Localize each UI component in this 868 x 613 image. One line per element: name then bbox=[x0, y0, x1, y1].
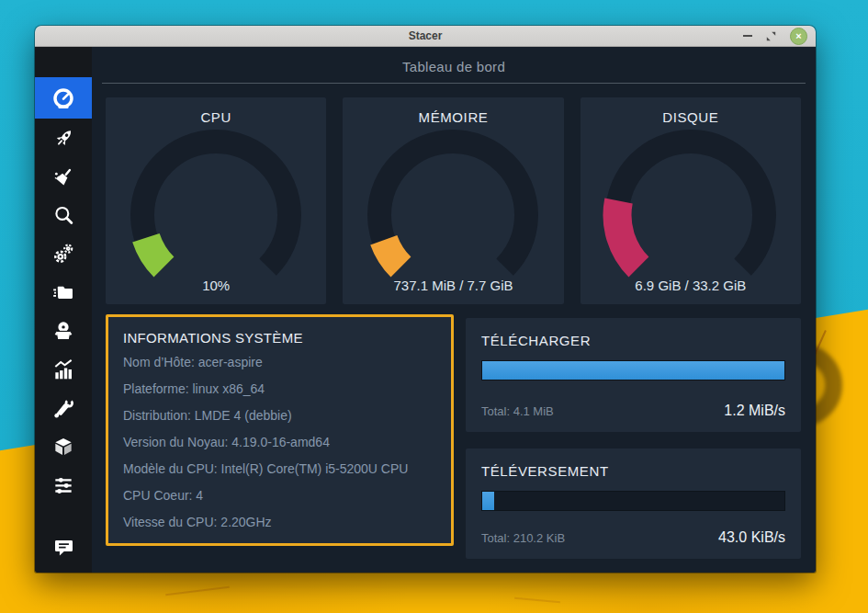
memory-gauge bbox=[344, 125, 562, 279]
sidebar-item-feedback[interactable] bbox=[35, 528, 92, 566]
upload-speed: 43.0 KiB/s bbox=[718, 529, 785, 546]
sidebar-item-services[interactable] bbox=[35, 234, 92, 273]
package-icon bbox=[51, 435, 75, 459]
restore-button[interactable] bbox=[766, 31, 776, 41]
info-row-cpu-cores: CPU Coeur: 4 bbox=[123, 482, 436, 509]
sidebar bbox=[35, 47, 92, 573]
disk-panel: DISQUE 6.9 GiB / 33.2 GiB bbox=[581, 97, 801, 304]
stacer-window: Stacer × bbox=[35, 26, 816, 573]
search-icon bbox=[52, 204, 75, 227]
system-info-title: INFORMATIONS SYSTÈME bbox=[123, 330, 436, 346]
system-info-panel: INFORMATIONS SYSTÈME Nom d’Hôte: acer-as… bbox=[106, 314, 454, 546]
sidebar-item-system-cleaner[interactable] bbox=[35, 157, 92, 196]
feedback-icon bbox=[52, 536, 75, 559]
memory-title: MÉMOIRE bbox=[419, 109, 489, 125]
disk-title: DISQUE bbox=[662, 109, 718, 125]
window-titlebar[interactable]: Stacer × bbox=[35, 26, 816, 47]
download-speed: 1.2 MiB/s bbox=[724, 403, 785, 419]
download-panel: TÉLÉCHARGER Total: 4.1 MiB 1.2 MiB/s bbox=[466, 318, 801, 432]
download-title: TÉLÉCHARGER bbox=[481, 333, 785, 348]
sidebar-item-helpers[interactable] bbox=[35, 389, 92, 427]
window-title: Stacer bbox=[35, 29, 816, 42]
cpu-panel: CPU 10% bbox=[106, 97, 326, 304]
sidebar-item-resources[interactable] bbox=[35, 350, 92, 389]
sidebar-item-settings[interactable] bbox=[35, 466, 92, 505]
cpu-title: CPU bbox=[200, 109, 231, 125]
info-row-hostname: Nom d’Hôte: acer-aspire bbox=[123, 349, 436, 376]
network-column: TÉLÉCHARGER Total: 4.1 MiB 1.2 MiB/s TÉL… bbox=[466, 318, 801, 559]
info-row-platform: Plateforme: linux x86_64 bbox=[123, 376, 436, 403]
close-button[interactable]: × bbox=[790, 28, 807, 45]
rocket-icon bbox=[52, 127, 75, 150]
download-total: Total: 4.1 MiB bbox=[481, 404, 554, 418]
minimize-button[interactable] bbox=[743, 35, 752, 37]
disk-value: 6.9 GiB / 33.2 GiB bbox=[635, 278, 746, 293]
upload-total: Total: 210.2 KiB bbox=[481, 531, 565, 545]
upload-panel: TÉLÉVERSEMENT Total: 210.2 KiB 43.0 KiB/… bbox=[466, 448, 801, 559]
download-progress-fill bbox=[482, 361, 784, 380]
upload-title: TÉLÉVERSEMENT bbox=[481, 463, 785, 479]
gauge-row: CPU 10% MÉMOIRE 737.1 MiB / 7. bbox=[106, 97, 801, 304]
restore-icon bbox=[766, 31, 776, 41]
dashboard-icon bbox=[51, 86, 75, 110]
resources-chart-icon bbox=[51, 358, 75, 381]
page-title: Tableau de bord bbox=[92, 59, 816, 74]
gears-icon bbox=[51, 242, 75, 266]
desktop: Stacer × bbox=[0, 0, 868, 613]
uninstaller-icon bbox=[51, 319, 75, 343]
sidebar-item-uninstaller[interactable] bbox=[35, 312, 92, 350]
window-controls: × bbox=[743, 28, 816, 45]
info-row-distribution: Distribution: LMDE 4 (debbie) bbox=[123, 403, 436, 429]
sliders-icon bbox=[51, 473, 75, 497]
sidebar-item-apt-repository[interactable] bbox=[35, 427, 92, 466]
processes-icon bbox=[51, 280, 75, 304]
info-row-kernel: Version du Noyau: 4.19.0-16-amd64 bbox=[123, 429, 436, 456]
cpu-value: 10% bbox=[202, 278, 230, 293]
info-row-cpu-model: Modèle du CPU: Intel(R) Core(TM) i5-5200… bbox=[123, 456, 436, 482]
sidebar-item-startup-apps[interactable] bbox=[35, 119, 92, 157]
broom-icon bbox=[52, 165, 75, 188]
memory-panel: MÉMOIRE 737.1 MiB / 7.7 GiB bbox=[343, 97, 563, 304]
dashboard-page: Tableau de bord CPU 10% MÉMOIRE bbox=[92, 47, 816, 573]
info-row-cpu-speed: Vitesse du CPU: 2.20GHz bbox=[123, 509, 436, 536]
sidebar-item-search[interactable] bbox=[35, 196, 92, 234]
cpu-gauge bbox=[107, 125, 325, 279]
bottom-row: INFORMATIONS SYSTÈME Nom d’Hôte: acer-as… bbox=[106, 314, 801, 559]
sidebar-item-processes[interactable] bbox=[35, 273, 92, 312]
sidebar-item-dashboard[interactable] bbox=[35, 77, 92, 119]
upload-progress-fill bbox=[482, 492, 494, 510]
upload-progress-bar bbox=[481, 491, 785, 511]
download-progress-bar bbox=[481, 360, 785, 380]
memory-value: 737.1 MiB / 7.7 GiB bbox=[393, 278, 513, 293]
disk-gauge bbox=[581, 125, 800, 279]
tools-icon bbox=[51, 396, 75, 420]
header-separator bbox=[102, 83, 806, 84]
